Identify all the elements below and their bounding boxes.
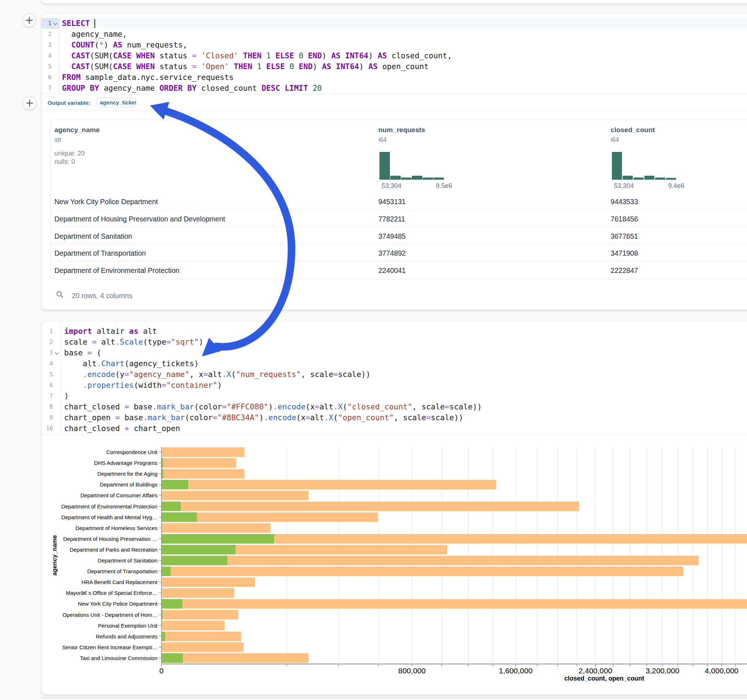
y-axis-label: Department of Sanitation (98, 557, 157, 564)
dataframe-table[interactable]: agency_namestrunique: 20nulls: 0num_requ… (50, 119, 747, 279)
bar-open-count (162, 599, 182, 609)
line-number: 10 (42, 423, 53, 434)
x-axis-label: 1,600,000 (499, 667, 532, 675)
y-axis-label: Department of Housing Preservation … (63, 536, 157, 542)
code-line[interactable]: 2 agency_name, (42, 29, 747, 39)
table-row[interactable]: Department of Housing Preservation and D… (51, 210, 747, 228)
output-variable-badge[interactable]: agency_tickets (96, 98, 136, 107)
table-cell: Department of Housing Preservation and D… (54, 210, 225, 228)
column-stat: nulls: 0 (54, 158, 75, 166)
code-line[interactable]: 2scale = alt.Scale(type="sqrt") (42, 337, 747, 347)
bar-open-count (162, 534, 274, 544)
table-row-count: 20 rows, 4 columns (72, 287, 132, 305)
histogram-min-label: 53,304 (614, 182, 634, 190)
code-line[interactable]: 9chart_open = base.mark_bar(color="#8BC3… (42, 412, 747, 423)
bar-closed-count (162, 588, 234, 598)
fold-chevron-icon[interactable] (54, 348, 59, 359)
bar-closed-count (162, 491, 308, 501)
sql-cell-card: 1SELECT 2 agency_name,3 COUNT(*) AS num_… (41, 13, 747, 310)
column-type: i64 (378, 136, 387, 144)
histogram-bar (644, 176, 655, 180)
y-axis-label: Department of Buildings (100, 481, 157, 487)
code-line[interactable]: 6 .properties(width="container") (42, 380, 747, 391)
histogram-bar (401, 178, 411, 180)
code-line[interactable]: 4 alt.Chart(agency_tickets) (42, 358, 747, 369)
bar-open-count (162, 556, 227, 565)
histogram-bar (612, 152, 622, 180)
y-axis-label: HRA Benefit Card Replacement (82, 579, 158, 585)
y-axis-label: Department of Transportation (87, 568, 157, 574)
code-line[interactable]: 10chart_closed + chart_open (42, 423, 747, 434)
code-text: chart_closed = base.mark_bar(color="#FFC… (64, 401, 482, 412)
line-number: 7 (42, 83, 51, 94)
y-axis-label: Department of Health and Mental Hyg… (61, 514, 157, 520)
line-number: 3 (42, 39, 51, 50)
bar-open-count (162, 632, 165, 641)
bar-closed-count (162, 523, 271, 533)
bar-chart: Correspondence UnitDHS Advantage Program… (42, 435, 747, 695)
y-axis-label: Department of Consumer Affairs (80, 492, 157, 498)
fold-chevron-icon[interactable] (53, 18, 57, 29)
code-line[interactable]: 8chart_closed = base.mark_bar(color="#FF… (42, 401, 747, 412)
y-axis-label: Department of Homeless Services (75, 525, 157, 531)
table-row[interactable]: New York City Police Department945313194… (51, 193, 747, 210)
code-text: GROUP BY agency_name ORDER BY closed_cou… (62, 83, 322, 94)
previous-cell-card (41, 0, 747, 4)
column-stat: unique: 20 (54, 150, 85, 157)
column-type: str (54, 136, 61, 144)
sql-code-editor[interactable]: 1SELECT 2 agency_name,3 COUNT(*) AS num_… (42, 14, 747, 94)
table-row[interactable]: Department of Transportation377489234719… (51, 244, 747, 262)
line-number: 4 (42, 50, 51, 61)
code-text: .encode(y="agency_name", x=alt.X("num_re… (64, 369, 370, 380)
y-axis-label: Department of Parks and Recreation (70, 547, 157, 553)
column-type: i64 (611, 136, 619, 144)
bar-closed-count (162, 566, 683, 576)
code-line[interactable]: 7GROUP BY agency_name ORDER BY closed_co… (42, 83, 747, 94)
table-row[interactable]: Department of Sanitation37494853677651 (51, 228, 747, 245)
code-text: ) (64, 391, 69, 401)
bar-closed-count (162, 610, 238, 620)
code-text: .properties(width="container") (64, 380, 222, 391)
code-line[interactable]: 6FROM sample_data.nyc.service_requests (42, 72, 747, 83)
bar-closed-count (162, 480, 496, 490)
y-axis-label: Taxi and Limousine Commission (80, 655, 157, 661)
table-cell: 2240041 (378, 262, 406, 279)
code-text: SELECT (62, 18, 94, 29)
code-line[interactable]: 1import altair as alt (42, 326, 747, 337)
table-cell: 7618456 (611, 210, 638, 228)
line-number: 3 (42, 347, 53, 358)
column-header[interactable]: agency_name (54, 126, 100, 134)
code-line[interactable]: 4 CAST(SUM(CASE WHEN status = 'Closed' T… (42, 50, 747, 61)
line-number: 8 (42, 401, 53, 412)
add-cell-button-top[interactable]: + (22, 13, 36, 27)
code-line[interactable]: 7) (42, 391, 747, 401)
column-header[interactable]: closed_count (611, 126, 655, 134)
search-icon[interactable] (56, 291, 64, 298)
x-axis-label: 800,000 (398, 667, 426, 675)
code-line[interactable]: 5 CAST(SUM(CASE WHEN status = 'Open' THE… (42, 61, 747, 72)
histogram-bar (623, 176, 633, 180)
code-line[interactable]: 3base = ( (42, 347, 747, 358)
python-code-editor[interactable]: 1import altair as alt2scale = alt.Scale(… (42, 321, 747, 435)
next-cell-focus-line (41, 697, 747, 698)
column-histogram (612, 152, 676, 180)
line-number: 2 (42, 337, 53, 347)
add-cell-button-middle[interactable]: + (23, 96, 36, 110)
bar-open-count (162, 566, 171, 576)
line-number: 6 (42, 72, 51, 83)
output-variable-label: Output variable: (48, 100, 91, 106)
y-axis-label: Correspondence Unit (106, 449, 158, 455)
histogram-max-label: 9.5e6 (435, 182, 452, 190)
histogram-bar (390, 176, 401, 180)
table-row[interactable]: Department of Environmental Protection22… (51, 262, 747, 279)
y-axis-label: Mayorâ€ s Office of Special Enforce… (66, 590, 157, 596)
code-line[interactable]: 1SELECT (42, 18, 747, 29)
table-cell: Department of Environmental Protection (54, 262, 180, 279)
line-number: 6 (42, 380, 53, 391)
code-line[interactable]: 5 .encode(y="agency_name", x=alt.X("num_… (42, 369, 747, 380)
line-number: 7 (42, 391, 53, 401)
bar-closed-count (162, 621, 225, 631)
column-header[interactable]: num_requests (378, 126, 425, 134)
code-line[interactable]: 3 COUNT(*) AS num_requests, (42, 39, 747, 50)
table-cell: 9453131 (378, 193, 406, 210)
